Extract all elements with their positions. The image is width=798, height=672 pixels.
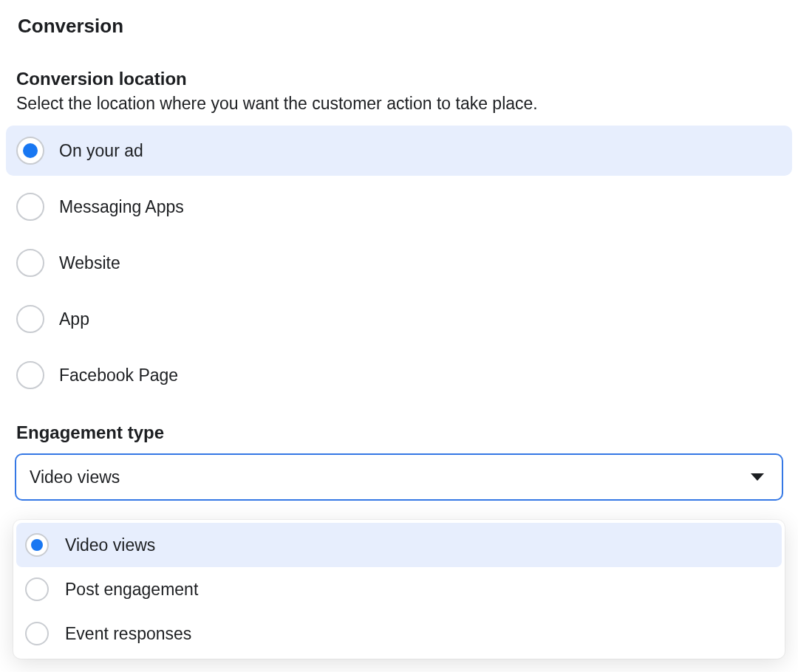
engagement-type-option-post-engagement[interactable]: Post engagement: [16, 567, 782, 611]
radio-icon: [16, 137, 44, 165]
engagement-type-select-wrapper: Video views Video views Post engagement …: [15, 453, 783, 501]
radio-label: Website: [59, 253, 120, 273]
conversion-location-option-on-your-ad[interactable]: On your ad: [6, 126, 792, 176]
dropdown-label: Post engagement: [65, 580, 198, 600]
radio-icon: [16, 249, 44, 277]
engagement-type-select[interactable]: Video views: [15, 453, 783, 501]
engagement-type-option-video-views[interactable]: Video views: [16, 523, 782, 567]
section-title: Conversion: [18, 15, 782, 38]
radio-icon: [25, 577, 49, 601]
radio-icon: [16, 361, 44, 389]
engagement-type-option-event-responses[interactable]: Event responses: [16, 611, 782, 656]
conversion-location-option-website[interactable]: Website: [6, 238, 792, 288]
radio-icon: [25, 533, 49, 557]
radio-label: Messaging Apps: [59, 197, 184, 217]
conversion-location-heading: Conversion location: [16, 69, 782, 89]
radio-label: App: [59, 309, 89, 329]
engagement-type-heading: Engagement type: [16, 422, 782, 443]
radio-label: On your ad: [59, 141, 143, 161]
conversion-location-radio-group: On your ad Messaging Apps Website App Fa…: [6, 126, 792, 400]
radio-icon: [16, 305, 44, 333]
conversion-location-description: Select the location where you want the c…: [16, 94, 782, 114]
dropdown-label: Video views: [65, 535, 155, 555]
radio-icon: [25, 622, 49, 645]
conversion-location-option-messaging-apps[interactable]: Messaging Apps: [6, 182, 792, 232]
conversion-location-block: Conversion location Select the location …: [16, 69, 782, 400]
dropdown-label: Event responses: [65, 624, 191, 644]
caret-down-icon: [751, 473, 764, 481]
conversion-location-option-app[interactable]: App: [6, 294, 792, 344]
engagement-type-selected-value: Video views: [30, 467, 120, 487]
radio-label: Facebook Page: [59, 366, 178, 385]
engagement-type-dropdown: Video views Post engagement Event respon…: [13, 520, 785, 659]
conversion-location-option-facebook-page[interactable]: Facebook Page: [6, 350, 792, 400]
radio-icon: [16, 193, 44, 221]
